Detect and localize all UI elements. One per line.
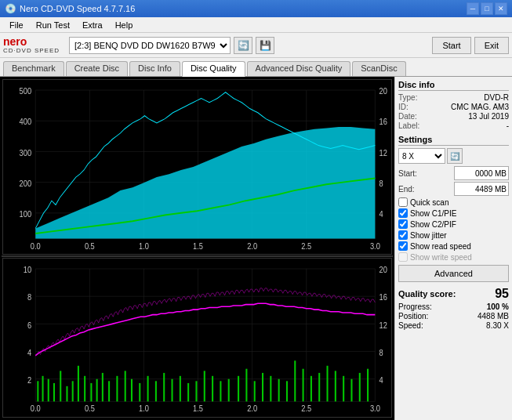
menu-file[interactable]: File bbox=[3, 19, 30, 31]
svg-rect-89 bbox=[367, 369, 369, 402]
svg-rect-66 bbox=[180, 376, 181, 402]
quick-scan-checkbox[interactable] bbox=[398, 197, 408, 207]
tab-advanced-disc-quality[interactable]: Advanced Disc Quality bbox=[247, 61, 351, 76]
disc-date-value: 13 Jul 2019 bbox=[468, 112, 509, 121]
quality-score-label: Quality score: bbox=[398, 289, 456, 299]
chart-area: 500 400 300 200 100 20 16 12 8 4 0.0 0.5… bbox=[0, 77, 394, 420]
main-content: 500 400 300 200 100 20 16 12 8 4 0.0 0.5… bbox=[0, 77, 512, 420]
disc-label-row: Label: - bbox=[398, 121, 509, 130]
tab-benchmark[interactable]: Benchmark bbox=[3, 61, 64, 76]
tab-scandisc[interactable]: ScanDisc bbox=[352, 61, 405, 76]
save-icon-button[interactable]: 💾 bbox=[256, 37, 274, 54]
svg-rect-80 bbox=[294, 360, 296, 401]
title-bar-controls: ─ □ ✕ bbox=[467, 2, 507, 15]
close-button[interactable]: ✕ bbox=[495, 2, 507, 15]
position-label: Position: bbox=[398, 312, 428, 320]
tab-disc-quality[interactable]: Disc Quality bbox=[182, 61, 245, 77]
quality-score-row: Quality score: 95 bbox=[398, 287, 509, 301]
svg-rect-75 bbox=[254, 381, 256, 401]
svg-text:2.0: 2.0 bbox=[247, 403, 257, 413]
progress-label: Progress: bbox=[398, 302, 432, 311]
svg-text:500: 500 bbox=[20, 85, 32, 96]
show-jitter-label: Show jitter bbox=[410, 231, 447, 240]
tab-create-disc[interactable]: Create Disc bbox=[66, 61, 128, 76]
start-field-row: Start: bbox=[398, 166, 509, 180]
title-bar: 💿 Nero CD-DVD Speed 4.7.7.16 ─ □ ✕ bbox=[0, 0, 512, 17]
svg-rect-54 bbox=[90, 383, 92, 401]
disc-type-value: DVD-R bbox=[484, 93, 509, 102]
app-title: Nero CD-DVD Speed 4.7.7.16 bbox=[20, 4, 135, 13]
svg-rect-60 bbox=[131, 379, 133, 402]
show-c1-pie-checkbox[interactable] bbox=[398, 208, 408, 218]
show-write-speed-checkbox bbox=[398, 252, 408, 262]
disc-id-label: ID: bbox=[398, 103, 409, 111]
menu-help[interactable]: Help bbox=[109, 19, 140, 31]
svg-rect-65 bbox=[172, 379, 173, 402]
svg-text:0.0: 0.0 bbox=[31, 403, 41, 413]
svg-rect-78 bbox=[278, 379, 280, 402]
svg-text:3.0: 3.0 bbox=[370, 240, 380, 250]
toolbar: nero CD·DVD SPEED [2:3] BENQ DVD DD DW16… bbox=[0, 33, 512, 58]
advanced-button[interactable]: Advanced bbox=[398, 265, 509, 282]
svg-text:10: 10 bbox=[24, 264, 31, 274]
svg-text:2: 2 bbox=[27, 375, 31, 385]
svg-rect-49 bbox=[60, 371, 61, 401]
disc-date-label: Date: bbox=[398, 112, 417, 121]
maximize-button[interactable]: □ bbox=[481, 2, 493, 15]
end-field-label: End: bbox=[398, 185, 415, 194]
svg-text:20: 20 bbox=[379, 264, 387, 274]
right-panel: Disc info Type: DVD-R ID: CMC MAG. AM3 D… bbox=[394, 77, 512, 420]
svg-rect-47 bbox=[48, 379, 49, 402]
refresh-icon-button[interactable]: 🔄 bbox=[234, 37, 252, 54]
settings-refresh-button[interactable]: 🔄 bbox=[447, 148, 463, 164]
disc-info-title: Disc info bbox=[398, 80, 509, 91]
svg-text:4: 4 bbox=[379, 208, 383, 219]
svg-rect-51 bbox=[72, 381, 74, 401]
start-field-input[interactable] bbox=[454, 166, 509, 180]
svg-rect-70 bbox=[212, 376, 213, 402]
svg-rect-81 bbox=[303, 369, 304, 402]
show-read-speed-row: Show read speed bbox=[398, 241, 509, 251]
speed-label: Speed: bbox=[398, 321, 423, 330]
disc-id-row: ID: CMC MAG. AM3 bbox=[398, 103, 509, 111]
svg-text:4: 4 bbox=[27, 347, 31, 357]
svg-text:2.0: 2.0 bbox=[247, 240, 257, 250]
end-field-input[interactable] bbox=[454, 182, 509, 196]
svg-rect-45 bbox=[37, 381, 38, 401]
disc-label-label: Label: bbox=[398, 121, 419, 130]
svg-rect-59 bbox=[125, 371, 126, 401]
tab-disc-info[interactable]: Disc Info bbox=[129, 61, 180, 76]
show-read-speed-checkbox[interactable] bbox=[398, 241, 408, 251]
svg-text:0.5: 0.5 bbox=[85, 403, 95, 413]
svg-rect-48 bbox=[53, 383, 55, 401]
start-button[interactable]: Start bbox=[432, 37, 470, 54]
show-c2-pif-checkbox[interactable] bbox=[398, 219, 408, 229]
show-jitter-row: Show jitter bbox=[398, 230, 509, 240]
svg-text:2.5: 2.5 bbox=[301, 240, 311, 250]
show-jitter-checkbox[interactable] bbox=[398, 230, 408, 240]
svg-rect-71 bbox=[220, 381, 221, 401]
svg-rect-56 bbox=[102, 373, 103, 401]
speed-selector[interactable]: 8 X 4 X 2 X Max bbox=[398, 148, 445, 164]
svg-rect-74 bbox=[245, 369, 247, 402]
bottom-chart-panel: 10 8 6 4 2 20 16 12 8 4 0.0 0.5 1.0 1.5 … bbox=[2, 258, 392, 418]
drive-selector[interactable]: [2:3] BENQ DVD DD DW1620 B7W9 bbox=[69, 37, 231, 54]
menu-run-test[interactable]: Run Test bbox=[30, 19, 76, 31]
svg-text:1.0: 1.0 bbox=[139, 403, 149, 413]
show-c1-pie-row: Show C1/PIE bbox=[398, 208, 509, 218]
app-icon: 💿 bbox=[5, 3, 16, 14]
menu-bar: File Run Test Extra Help bbox=[0, 17, 512, 33]
svg-text:300: 300 bbox=[20, 147, 32, 158]
show-c2-pif-label: Show C2/PIF bbox=[410, 220, 456, 229]
svg-text:4: 4 bbox=[379, 375, 383, 385]
svg-rect-82 bbox=[310, 376, 312, 402]
svg-text:8: 8 bbox=[379, 347, 383, 357]
exit-button[interactable]: Exit bbox=[474, 37, 509, 54]
menu-extra[interactable]: Extra bbox=[76, 19, 109, 31]
svg-text:1.5: 1.5 bbox=[193, 240, 203, 250]
svg-text:0.0: 0.0 bbox=[31, 240, 41, 250]
svg-rect-50 bbox=[66, 386, 67, 402]
svg-text:20: 20 bbox=[379, 85, 387, 96]
minimize-button[interactable]: ─ bbox=[467, 2, 479, 15]
progress-section: Progress: 100 % Position: 4488 MB Speed:… bbox=[398, 302, 509, 330]
